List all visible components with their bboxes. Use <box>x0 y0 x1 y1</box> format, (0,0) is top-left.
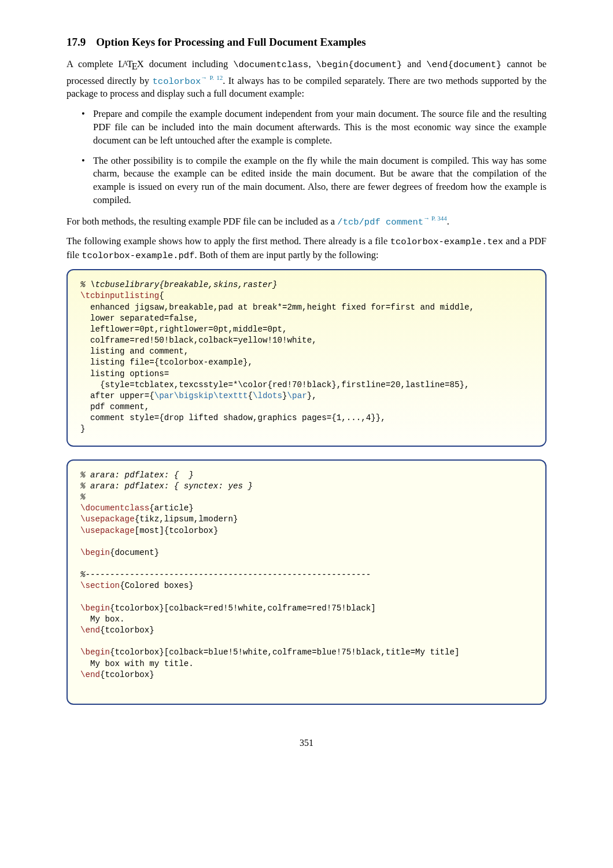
filename-tex: tcolorbox-example.tex <box>390 237 503 247</box>
cmd-documentclass: \documentclass <box>233 60 308 70</box>
filename-pdf: tcolorbox-example.pdf <box>82 251 194 261</box>
intro-paragraph: A complete LATeX document including \doc… <box>67 58 546 101</box>
list-item: Prepare and compile the example document… <box>84 108 546 147</box>
section-number: 17.9 <box>67 36 86 48</box>
code-listing-output: % arara: pdflatex: { } % arara: pdflatex… <box>67 459 546 705</box>
method-list: Prepare and compile the example document… <box>67 108 546 207</box>
link-tcolorbox[interactable]: tcolorbox <box>153 76 201 86</box>
section-title: Option Keys for Processing and Full Docu… <box>96 36 365 48</box>
list-item: The other possibility is to compile the … <box>84 155 546 207</box>
section-heading: 17.9Option Keys for Processing and Full … <box>67 35 546 50</box>
pageref-tcolorbox[interactable]: → P. 12 <box>201 74 223 81</box>
paragraph-example-intro: The following example shows how to apply… <box>67 235 546 262</box>
pageref-pdf-comment[interactable]: → P. 344 <box>423 215 447 222</box>
latex-logo: LATeX <box>119 58 144 73</box>
link-pdf-comment[interactable]: /tcb/pdf comment <box>337 216 423 227</box>
cmd-end-document: \end{document} <box>426 60 501 70</box>
code-listing-input: % \tcbuselibrary{breakable,skins,raster}… <box>67 269 546 446</box>
page-number: 351 <box>67 737 546 749</box>
cmd-begin-document: \begin{document} <box>316 60 402 70</box>
paragraph-pdf-comment: For both methods, the resulting example … <box>67 214 546 229</box>
